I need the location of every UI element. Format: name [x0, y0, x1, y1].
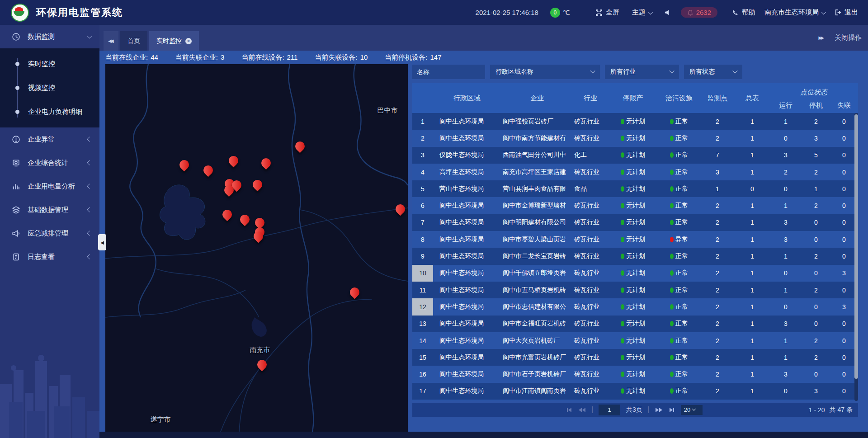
help-button[interactable]: 帮助	[732, 8, 755, 17]
table-row[interactable]: 9阆中生态环境局阆中市二龙长宝页岩砖砖瓦行业无计划正常21120	[412, 248, 858, 264]
table-row[interactable]: 14阆中生态环境局阆中大兴页岩机砖厂砖瓦行业无计划正常21120	[412, 332, 858, 349]
table-row[interactable]: 11阆中生态环境局阆中市五马桥页岩机砖砖瓦行业无计划正常21120	[412, 282, 858, 298]
sidebar-item-数据监测[interactable]: 数据监测	[0, 25, 99, 48]
first-page-button[interactable]	[566, 407, 572, 413]
cell-region: 阆中生态环境局	[433, 320, 501, 328]
name-search-input[interactable]	[412, 65, 485, 79]
tab-label: 首页	[127, 37, 140, 45]
sidebar-item-应急减排管理[interactable]: 应急减排管理	[0, 221, 99, 245]
sidebar-item-企业异常[interactable]: 企业异常	[0, 127, 99, 151]
table-row[interactable]: 5营山生态环境局营山县润丰肉食品有限食品无计划正常10010	[412, 180, 858, 197]
chevron-down-icon	[692, 407, 696, 410]
tab-首页[interactable]: 首页	[120, 31, 147, 51]
logout-label: 退出	[844, 8, 858, 17]
sidebar-collapse-toggle[interactable]: ◀	[98, 234, 106, 250]
col-run: 运行	[769, 101, 802, 110]
sidebar-subitem-视频监控[interactable]: 视频监控	[0, 76, 99, 100]
pagination-controls: 共3页 20	[566, 403, 703, 417]
cell-stop-count: 2	[802, 169, 830, 176]
user-dropdown[interactable]: 南充市生态环境局	[764, 8, 826, 17]
cell-region: 阆中生态环境局	[433, 202, 501, 210]
cell-run-count: 3	[769, 371, 802, 378]
sidebar-item-label: 企业用电量分析	[28, 182, 88, 191]
cell-company: 阆中市枣碧大梁山页岩	[501, 235, 573, 244]
next-page-button[interactable]	[655, 407, 663, 413]
table-row[interactable]: 16阆中生态环境局阆中市石子页岩机砖厂砖瓦行业无计划正常21300	[412, 366, 858, 382]
sidebar-subitem-企业电力负荷明细[interactable]: 企业电力负荷明细	[0, 100, 99, 124]
cell-facility-status: 正常	[658, 202, 700, 210]
cell-limit-status: 无计划	[608, 370, 658, 378]
facility-text: 正常	[675, 252, 688, 260]
table-row[interactable]: 1阆中生态环境局阆中强锐页岩砖厂砖瓦行业无计划正常21120	[412, 113, 858, 130]
table-row[interactable]: 10阆中生态环境局阆中千佛镇五郎垭页岩砖瓦行业无计划正常21003	[412, 265, 858, 282]
tab-实时监控[interactable]: 实时监控✕	[149, 31, 199, 51]
header-toolbar: 2021-02-25 17:46:18 0 ℃ 全屏 主题	[476, 7, 868, 18]
table-row[interactable]: 7阆中生态环境局阆中明阳建材有限公司砖瓦行业无计划正常21300	[412, 214, 858, 231]
page-number-input[interactable]	[599, 405, 620, 415]
close-operations-button[interactable]: 关闭操作	[835, 33, 862, 42]
table-row[interactable]: 18南部生态环境局南部县砌优水泥有限公建材行业无计划正常60060	[412, 400, 858, 401]
table-row[interactable]: 17阆中生态环境局阆中市江南镇阆南页岩砖瓦行业无计划正常21030	[412, 383, 858, 400]
last-page-button[interactable]	[669, 407, 675, 413]
map-panel[interactable]: 巴中市南充市遂宁市	[105, 64, 408, 432]
table-scrollbar[interactable]	[854, 113, 858, 401]
sidebar-subitem-实时监控[interactable]: 实时监控	[0, 52, 99, 76]
cell-run-count: 3	[769, 320, 802, 327]
table-row[interactable]: 6阆中生态环境局阆中市金博瑞新型墙材砖瓦行业无计划正常21120	[412, 197, 858, 214]
cell-company: 阆中市光富页岩机砖厂	[501, 353, 573, 362]
cell-lost-count: 0	[830, 202, 858, 209]
logout-icon	[835, 9, 841, 16]
cell-facility-status: 正常	[658, 134, 700, 142]
chevron-left-icon	[87, 231, 92, 235]
cell-facility-status: 正常	[658, 353, 700, 362]
cell-facility-status: 正常	[658, 269, 700, 277]
table-row[interactable]: 2阆中生态环境局阆中市南方节能建材有砖瓦行业无计划正常21030	[412, 130, 858, 146]
cell-limit-status: 无计划	[608, 303, 658, 311]
tab-label: 实时监控	[156, 37, 182, 45]
table-row[interactable]: 8阆中生态环境局阆中市枣碧大梁山页岩砖瓦行业无计划异常21300	[412, 231, 858, 248]
tab-scroll-left-button[interactable]: ◀◀	[104, 31, 118, 51]
tab-scroll-right-button[interactable]: ▶▶	[819, 35, 823, 40]
sidebar-item-企业综合统计[interactable]: 企业综合统计	[0, 151, 99, 174]
scrollbar-thumb[interactable]	[854, 114, 858, 379]
table-row[interactable]: 4高坪生态环境局南充市高坪区王家店建砖瓦行业无计划正常31220	[412, 164, 858, 180]
cell-company: 西南油气田分公司川中	[501, 151, 573, 159]
status-dot-green	[621, 270, 624, 276]
status-dot-green	[621, 119, 624, 124]
table-row[interactable]: 13阆中生态环境局阆中市金福旺页岩机砖砖瓦行业无计划正常21300	[412, 316, 858, 332]
row-index: 16	[412, 366, 433, 382]
status-select[interactable]: 所有状态	[684, 65, 742, 79]
status-dot-green	[621, 388, 624, 394]
sidebar-item-日志查看[interactable]: 日志查看	[0, 245, 99, 268]
sidebar-item-基础数据管理[interactable]: 基础数据管理	[0, 198, 99, 221]
table-row[interactable]: 3仪陇生态环境局西南油气田分公司川中化工无计划正常71350	[412, 147, 858, 164]
industry-select[interactable]: 所有行业	[605, 65, 679, 79]
row-index: 14	[412, 332, 433, 349]
tab-close-icon[interactable]: ✕	[185, 38, 192, 44]
theme-dropdown[interactable]: 主题	[632, 8, 652, 17]
cell-meter-count: 1	[735, 236, 769, 243]
cell-meter-count: 1	[735, 118, 769, 125]
fullscreen-button[interactable]: 全屏	[595, 8, 619, 17]
cell-monitor-count: 2	[700, 354, 735, 361]
sidebar-item-label: 企业综合统计	[28, 159, 88, 167]
table-row[interactable]: 15阆中生态环境局阆中市光富页岩机砖厂砖瓦行业无计划正常21120	[412, 349, 858, 366]
logout-button[interactable]: 退出	[835, 8, 858, 17]
mute-button[interactable]	[664, 9, 671, 16]
sidebar-item-企业用电量分析[interactable]: 企业用电量分析	[0, 174, 99, 198]
row-index: 6	[412, 197, 433, 214]
previous-page-button[interactable]	[578, 407, 586, 413]
limit-text: 无计划	[626, 269, 645, 277]
table-row[interactable]: 12阆中生态环境局阆中市忠信建材有限公砖瓦行业无计划正常21003	[412, 298, 858, 315]
region-select[interactable]: 行政区域名称	[490, 65, 600, 79]
cell-lost-count: 0	[830, 219, 858, 226]
limit-text: 无计划	[626, 286, 645, 294]
cell-facility-status: 正常	[658, 252, 700, 260]
cell-industry: 砖瓦行业	[573, 320, 608, 328]
cell-limit-status: 无计划	[608, 387, 658, 395]
page-size-select[interactable]: 20	[681, 405, 703, 415]
cell-industry: 砖瓦行业	[573, 118, 608, 126]
city-label-南充市: 南充市	[250, 346, 270, 354]
notifications-badge[interactable]: 2632	[681, 7, 717, 18]
clock-icon	[12, 32, 21, 41]
